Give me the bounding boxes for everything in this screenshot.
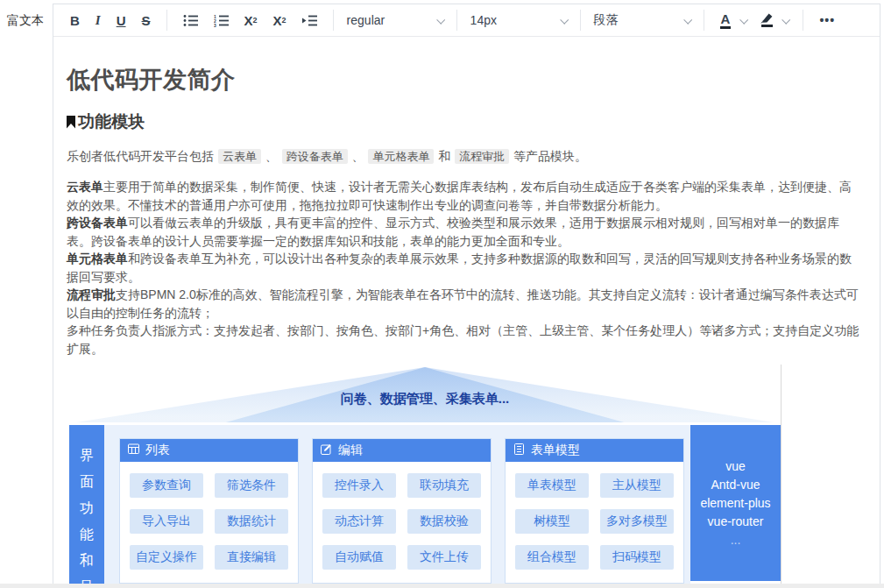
font-family-value: regular xyxy=(347,13,385,27)
pyramid-label: 问卷、数据管理、采集表单... xyxy=(69,391,781,407)
intro-text-run: 、 xyxy=(349,149,368,163)
ordered-list-icon: 1 2 3 xyxy=(214,14,229,27)
product-term-chip: 跨设备表单 xyxy=(282,149,348,164)
ordered-list-button[interactable]: 1 2 3 xyxy=(206,11,237,31)
panel-body: 控件录入联动填充动态计算数据校验自动赋值文件上传 xyxy=(313,462,491,583)
feature-chip: 扫码模型 xyxy=(600,545,674,570)
section-heading: 功能模块 xyxy=(67,110,862,133)
intro-text-run: 乐创者低代码开发平台包括 xyxy=(67,149,217,163)
text-run: 和跨设备表单互为补充，可以设计出各种复杂的表单展示效果，支持多种数据源的取数和回… xyxy=(67,251,852,284)
superscript-base: X xyxy=(244,14,253,27)
feature-panel: 编辑控件录入联动填充动态计算数据校验自动赋值文件上传 xyxy=(312,438,492,584)
paragraph-format-select[interactable]: 段落 xyxy=(589,12,696,28)
tech-stack-item: vue xyxy=(725,459,746,473)
intro-paragraph: 乐创者低代码开发平台包括 云表单 、 跨设备表单 、 单元格表单 和 流程审批 … xyxy=(67,146,862,166)
superscript-button[interactable]: X2 xyxy=(237,11,265,31)
rich-text-editor: B I U S 1 2 3 X2 X2 xyxy=(53,4,880,588)
product-term-chip: 单元格表单 xyxy=(368,149,434,164)
more-options-button[interactable]: ••• xyxy=(811,11,843,30)
panel-body: 单表模型主从模型树模型多对多模型组合模型扫码模型 xyxy=(506,462,683,583)
product-term-chip: 流程审批 xyxy=(455,149,509,164)
document-title: 低代码开发简介 xyxy=(67,64,862,96)
doc-icon xyxy=(513,443,525,457)
highlighter-pen-icon xyxy=(760,13,773,24)
font-family-select[interactable]: regular xyxy=(342,13,449,27)
toolbar-divider xyxy=(803,10,803,31)
feature-chip: 文件上传 xyxy=(407,545,481,570)
feature-chip: 直接编辑 xyxy=(215,545,288,570)
feature-chip: 数据校验 xyxy=(407,509,481,534)
feature-chip: 自动赋值 xyxy=(322,545,396,570)
text-run: 多种任务负责人指派方式：支持发起者、按部门、按角色、按部门+角色、相对（主管、上… xyxy=(67,323,859,356)
feature-chip: 主从模型 xyxy=(600,473,674,498)
editor-content-area[interactable]: 低代码开发简介 功能模块 乐创者低代码开发平台包括 云表单 、 跨设备表单 、 … xyxy=(53,37,880,588)
panel-header: 编辑 xyxy=(313,439,491,462)
feature-chip: 单表模型 xyxy=(515,473,589,498)
body-paragraph: 跨设备表单可以看做云表单的升级版，具有更丰富的控件、显示方式、校验类型和展示效果… xyxy=(67,214,862,250)
font-color-letter: A xyxy=(720,12,732,29)
editor-field-label: 富文本 xyxy=(7,13,44,29)
intro-text-run: 和 xyxy=(435,149,454,163)
feature-panels: 列表参数查询筛选条件导入导出数据统计自定义操作直接编辑编辑控件录入联动填充动态计… xyxy=(119,438,687,584)
paragraph-format-value: 段落 xyxy=(594,12,619,28)
side-label-char: 界 xyxy=(80,447,94,465)
side-label-char: 和 xyxy=(80,552,94,570)
strikethrough-label: S xyxy=(142,14,151,27)
figure-main-area: 界面功能和呈现 列表参数查询筛选条件导入导出数据统计自定义操作直接编辑编辑控件录… xyxy=(69,425,781,588)
feature-chip: 筛选条件 xyxy=(215,473,288,498)
panel-header: 列表 xyxy=(120,439,298,462)
underline-button[interactable]: U xyxy=(109,11,134,31)
product-architecture-figure[interactable]: 问卷、数据管理、采集表单... 界面功能和呈现 列表参数查询筛选条件导入导出数据… xyxy=(69,365,781,588)
italic-button[interactable]: I xyxy=(88,11,109,31)
side-label-char: 能 xyxy=(80,526,94,544)
strikethrough-button[interactable]: S xyxy=(134,11,159,31)
tech-stack-item: element-plus xyxy=(700,496,770,510)
feature-chip: 控件录入 xyxy=(322,473,396,498)
section-heading-text: 功能模块 xyxy=(78,110,145,133)
svg-text:3: 3 xyxy=(214,23,216,27)
body-paragraphs: 云表单主要用于简单的数据采集，制作简便、快速，设计者无需关心数据库表结构，发布后… xyxy=(67,178,862,358)
panel-title: 表单模型 xyxy=(531,443,580,458)
tech-stack-item: ... xyxy=(731,533,741,547)
highlight-color-button[interactable] xyxy=(753,10,781,31)
body-paragraph: 单元格表单和跨设备表单互为补充，可以设计出各种复杂的表单展示效果，支持多种数据源… xyxy=(67,250,862,286)
intro-text-run: 等产品模块。 xyxy=(510,149,587,163)
indent-button[interactable] xyxy=(294,11,325,31)
feature-chip: 动态计算 xyxy=(322,509,396,534)
toolbar-divider xyxy=(333,10,334,31)
chevron-down-icon xyxy=(560,15,569,24)
underline-label: U xyxy=(117,14,126,27)
bullet-list-button[interactable] xyxy=(175,11,206,31)
italic-label: I xyxy=(95,14,101,27)
edit-icon xyxy=(321,443,332,457)
figure-center-area: 列表参数查询筛选条件导入导出数据统计自定义操作直接编辑编辑控件录入联动填充动态计… xyxy=(104,425,690,588)
font-color-chevron-icon[interactable] xyxy=(740,15,749,24)
bold-button[interactable]: B xyxy=(62,11,88,31)
subscript-base: X xyxy=(273,14,282,27)
rich-text-editor-page: 富文本 B I U S 1 2 3 X2 xyxy=(0,0,884,588)
body-paragraph: 多种任务负责人指派方式：支持发起者、按部门、按角色、按部门+角色、相对（主管、上… xyxy=(67,322,862,358)
pyramid-diagram: 问卷、数据管理、采集表单... xyxy=(69,365,781,422)
bold-term: 流程审批 xyxy=(67,287,116,301)
page-bottom-strip xyxy=(0,584,884,588)
feature-chip: 参数查询 xyxy=(130,473,203,498)
text-run: 主要用于简单的数据采集，制作简便、快速，设计者无需关心数据库表结构，发布后自动生… xyxy=(67,180,852,212)
bold-term: 云表单 xyxy=(67,180,103,194)
feature-chip: 多对多模型 xyxy=(600,509,674,534)
subscript-button[interactable]: X2 xyxy=(265,11,294,31)
font-color-button[interactable]: A xyxy=(712,9,739,32)
feature-chip: 数据统计 xyxy=(215,509,288,534)
bold-term: 单元格表单 xyxy=(67,251,128,266)
feature-chip: 导入导出 xyxy=(130,509,203,534)
bold-label: B xyxy=(70,14,80,27)
tech-stack-item: Antd-vue xyxy=(711,478,760,492)
chevron-down-icon xyxy=(436,15,445,24)
editor-toolbar: B I U S 1 2 3 X2 X2 xyxy=(53,4,880,37)
highlight-color-chevron-icon[interactable] xyxy=(782,15,791,24)
font-size-select[interactable]: 14px xyxy=(465,13,572,27)
intro-text-run: 、 xyxy=(262,149,281,163)
table-icon xyxy=(128,443,139,457)
panel-header: 表单模型 xyxy=(506,439,683,462)
tech-stack-item: vue-router xyxy=(708,514,764,528)
highlight-color-bar xyxy=(761,25,773,27)
